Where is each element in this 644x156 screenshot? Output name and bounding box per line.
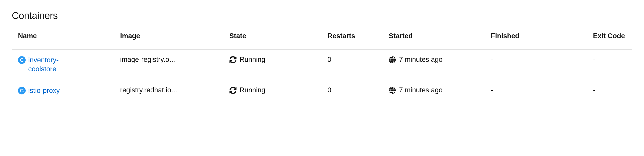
container-restarts: 0 bbox=[327, 56, 331, 63]
header-restarts: Restarts bbox=[321, 30, 383, 50]
container-name-link[interactable]: istio-proxy bbox=[28, 86, 60, 95]
container-exit-code: - bbox=[593, 86, 595, 94]
globe-icon bbox=[389, 87, 396, 94]
header-finished: Finished bbox=[485, 30, 587, 50]
container-state-label: Running bbox=[240, 56, 266, 64]
table-row: C inventory-coolstore image-registry.ope… bbox=[12, 50, 632, 80]
header-name: Name bbox=[12, 30, 114, 50]
container-state-label: Running bbox=[240, 86, 266, 94]
container-exit-code: - bbox=[593, 56, 595, 63]
containers-table: Name Image State Restarts Started Finish… bbox=[12, 30, 632, 102]
container-image: registry.redhat.io/o… bbox=[120, 86, 179, 94]
container-badge-icon: C bbox=[18, 56, 26, 64]
section-title: Containers bbox=[12, 10, 632, 21]
header-exit-code: Exit Code bbox=[587, 30, 632, 50]
header-image: Image bbox=[114, 30, 223, 50]
container-started-label: 7 minutes ago bbox=[399, 56, 443, 64]
container-name-link[interactable]: inventory-coolstore bbox=[28, 56, 74, 74]
container-restarts: 0 bbox=[327, 86, 331, 94]
table-row: C istio-proxy registry.redhat.io/o… Runn… bbox=[12, 80, 632, 102]
container-finished: - bbox=[491, 86, 493, 94]
container-finished: - bbox=[491, 56, 493, 63]
sync-icon bbox=[229, 56, 237, 63]
table-header-row: Name Image State Restarts Started Finish… bbox=[12, 30, 632, 50]
container-started-label: 7 minutes ago bbox=[399, 86, 443, 94]
container-image: image-registry.ope… bbox=[120, 56, 179, 64]
header-started: Started bbox=[383, 30, 485, 50]
globe-icon bbox=[389, 56, 396, 63]
container-badge-icon: C bbox=[18, 87, 26, 94]
header-state: State bbox=[223, 30, 321, 50]
sync-icon bbox=[229, 87, 237, 94]
